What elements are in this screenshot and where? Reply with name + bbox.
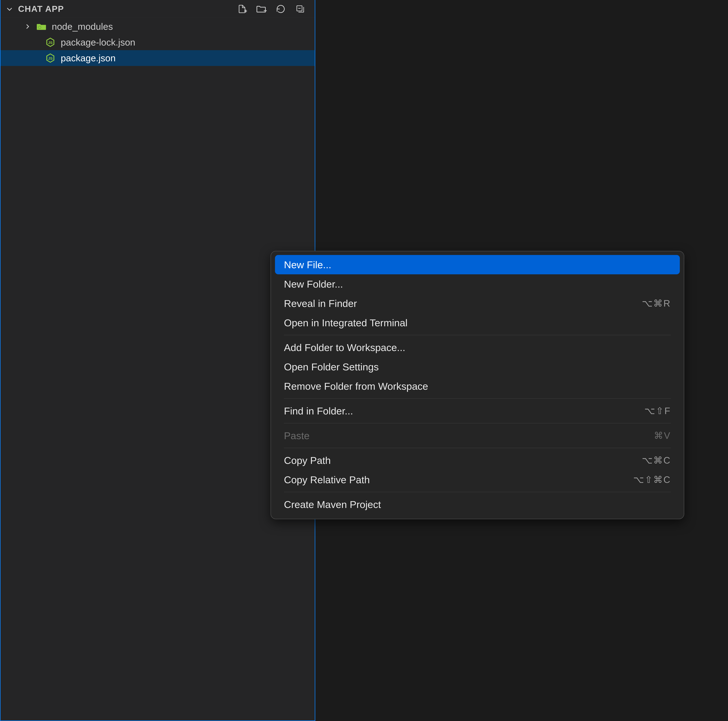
explorer-header: CHAT APP (0, 0, 315, 18)
menu-item-label: Find in Folder... (284, 405, 353, 417)
menu-separator (284, 398, 671, 399)
menu-item-shortcut: ⌘V (654, 430, 671, 441)
menu-item-label: Paste (284, 430, 309, 441)
tree-item-label: node_modules (52, 21, 113, 32)
menu-reveal-in-finder[interactable]: Reveal in Finder ⌥⌘R (275, 294, 680, 313)
explorer-title: CHAT APP (18, 4, 64, 14)
tree-file-package-json[interactable]: JS package.json (0, 50, 315, 66)
menu-item-label: Reveal in Finder (284, 298, 357, 309)
new-folder-icon[interactable] (255, 3, 267, 15)
explorer-actions (236, 3, 309, 15)
menu-add-folder-to-workspace[interactable]: Add Folder to Workspace... (275, 338, 680, 357)
menu-item-label: Add Folder to Workspace... (284, 342, 405, 353)
menu-item-label: Copy Path (284, 455, 331, 466)
tree-folder-node-modules[interactable]: node_modules (0, 18, 315, 34)
explorer-header-left[interactable]: CHAT APP (6, 4, 64, 14)
menu-item-label: New File... (284, 259, 331, 271)
tree-item-label: package-lock.json (61, 37, 135, 47)
menu-item-label: Remove Folder from Workspace (284, 380, 428, 392)
menu-item-shortcut: ⌥⇧⌘C (633, 474, 671, 485)
menu-item-label: Open in Integrated Terminal (284, 317, 408, 329)
menu-remove-folder-from-workspace[interactable]: Remove Folder from Workspace (275, 377, 680, 396)
collapse-all-icon[interactable] (294, 3, 306, 15)
menu-new-folder[interactable]: New Folder... (275, 274, 680, 294)
context-menu: New File... New Folder... Reveal in Find… (271, 251, 684, 519)
nodejs-icon: JS (45, 37, 55, 47)
menu-new-file[interactable]: New File... (275, 255, 680, 274)
menu-item-shortcut: ⌥⇧F (644, 406, 671, 416)
menu-separator (284, 492, 671, 492)
chevron-right-icon (24, 23, 31, 30)
tree-item-label: package.json (61, 53, 116, 63)
menu-separator (284, 448, 671, 448)
new-file-icon[interactable] (236, 3, 248, 15)
svg-text:JS: JS (48, 56, 53, 60)
menu-create-maven-project[interactable]: Create Maven Project (275, 495, 680, 514)
menu-item-label: Create Maven Project (284, 499, 381, 510)
refresh-icon[interactable] (275, 3, 286, 15)
chevron-down-icon (6, 5, 13, 12)
folder-icon (37, 21, 46, 32)
file-tree: node_modules JS package-lock.json JS pac… (0, 18, 315, 66)
menu-copy-path[interactable]: Copy Path ⌥⌘C (275, 451, 680, 470)
menu-open-in-terminal[interactable]: Open in Integrated Terminal (275, 313, 680, 332)
explorer-panel: CHAT APP (0, 0, 315, 721)
menu-item-label: Open Folder Settings (284, 361, 379, 373)
menu-item-label: New Folder... (284, 278, 343, 290)
svg-text:JS: JS (48, 40, 53, 44)
menu-item-shortcut: ⌥⌘C (642, 455, 671, 466)
menu-open-folder-settings[interactable]: Open Folder Settings (275, 357, 680, 377)
menu-paste: Paste ⌘V (275, 426, 680, 445)
tree-file-package-lock[interactable]: JS package-lock.json (0, 34, 315, 50)
menu-item-shortcut: ⌥⌘R (642, 298, 671, 309)
menu-copy-relative-path[interactable]: Copy Relative Path ⌥⇧⌘C (275, 470, 680, 489)
nodejs-icon: JS (45, 53, 55, 63)
menu-separator (284, 423, 671, 423)
menu-find-in-folder[interactable]: Find in Folder... ⌥⇧F (275, 401, 680, 421)
menu-item-label: Copy Relative Path (284, 474, 370, 485)
